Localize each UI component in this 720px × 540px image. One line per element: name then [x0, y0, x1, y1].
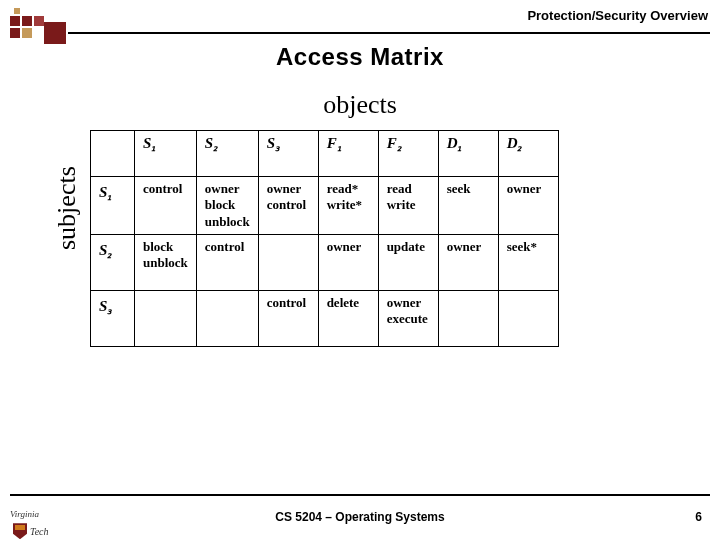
- matrix-cell: control: [196, 234, 258, 290]
- matrix-cell: owner: [438, 234, 498, 290]
- corner-cell: [91, 131, 135, 177]
- column-header: F₂: [378, 131, 438, 177]
- matrix-cell: seek*: [498, 234, 558, 290]
- matrix-cell: owner: [498, 177, 558, 235]
- matrix-cell: seek: [438, 177, 498, 235]
- matrix-cell: update: [378, 234, 438, 290]
- ornament-square: [22, 28, 32, 38]
- matrix-cell: ownerexecute: [378, 290, 438, 346]
- matrix-cell: ownercontrol: [258, 177, 318, 235]
- matrix-cell: blockunblock: [135, 234, 197, 290]
- matrix-cell: owner: [318, 234, 378, 290]
- row-header: S₁: [91, 177, 135, 235]
- column-header: S₂: [196, 131, 258, 177]
- ornament-square: [10, 16, 20, 26]
- matrix-cell: control: [135, 177, 197, 235]
- rows-group-label: subjects: [52, 166, 82, 250]
- footer-page-number: 6: [695, 510, 702, 524]
- table-row: S₃controldeleteownerexecute: [91, 290, 559, 346]
- ornament-square: [10, 28, 20, 38]
- shield-icon: [13, 523, 27, 539]
- matrix-cell: ownerblockunblock: [196, 177, 258, 235]
- column-header: D₂: [498, 131, 558, 177]
- footer-course: CS 5204 – Operating Systems: [0, 510, 720, 524]
- header-topic: Protection/Security Overview: [527, 8, 708, 23]
- ornament-square: [34, 16, 44, 26]
- slide-title: Access Matrix: [0, 43, 720, 71]
- ornament-square: [14, 8, 20, 14]
- logo-text-bot: Tech: [30, 526, 49, 537]
- footer-divider: [10, 494, 710, 496]
- columns-group-label: objects: [0, 90, 720, 120]
- matrix-cell: readwrite: [378, 177, 438, 235]
- column-header: D₁: [438, 131, 498, 177]
- table-row: S₁controlownerblockunblockownercontrolre…: [91, 177, 559, 235]
- row-header: S₂: [91, 234, 135, 290]
- matrix-cell: read*write*: [318, 177, 378, 235]
- matrix-cell: [498, 290, 558, 346]
- column-header: S₃: [258, 131, 318, 177]
- matrix-cell: delete: [318, 290, 378, 346]
- table-row: S₂blockunblockcontrolownerupdateownersee…: [91, 234, 559, 290]
- ornament-square: [44, 22, 66, 44]
- column-header: S₁: [135, 131, 197, 177]
- access-matrix-table: S₁S₂S₃F₁F₂D₁D₂ S₁controlownerblockunbloc…: [90, 130, 559, 347]
- matrix-cell: [135, 290, 197, 346]
- matrix-cell: [438, 290, 498, 346]
- matrix-cell: [258, 234, 318, 290]
- matrix-cell: control: [258, 290, 318, 346]
- row-header: S₃: [91, 290, 135, 346]
- column-header: F₁: [318, 131, 378, 177]
- ornament-square: [22, 16, 32, 26]
- matrix-cell: [196, 290, 258, 346]
- header-divider: [68, 32, 710, 34]
- table-header-row: S₁S₂S₃F₁F₂D₁D₂: [91, 131, 559, 177]
